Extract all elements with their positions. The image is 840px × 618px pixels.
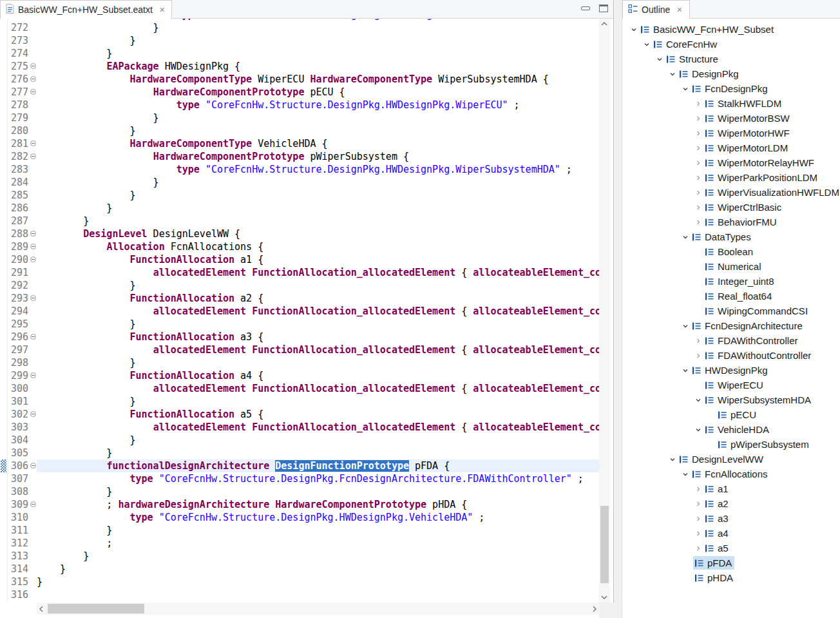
expander-collapsed[interactable] — [693, 486, 703, 492]
outline-item-WiperMotorLDM[interactable]: WiperMotorLDM — [622, 140, 840, 155]
tree-item-content[interactable]: a5 — [703, 541, 731, 555]
code-line-285[interactable]: 285 } — [0, 189, 599, 202]
expander-collapsed[interactable] — [693, 338, 703, 344]
code-line-306[interactable]: 306 functionalDesignArchitecture DesignF… — [0, 459, 599, 472]
code-line-283[interactable]: 283 type "CoreFcnHw.Structure.DesignPkg.… — [0, 163, 599, 176]
outline-item-WipingCommandCSI[interactable]: WipingCommandCSI — [622, 304, 840, 318]
line-number[interactable]: 311 — [8, 524, 30, 537]
line-number[interactable]: 287 — [8, 215, 30, 227]
code-text[interactable]: allocatedElement FunctionAllocation_allo… — [37, 382, 599, 395]
outline-item-FDAWithController[interactable]: FDAWithController — [622, 333, 840, 348]
code-line-294[interactable]: 294 allocatedElement FunctionAllocation_… — [0, 305, 599, 318]
code-text[interactable]: } — [37, 434, 599, 447]
collapse-fold-icon[interactable] — [30, 76, 36, 82]
outline-item-FcnAllocations[interactable]: FcnAllocations — [622, 467, 840, 481]
tree-item-content[interactable]: Real_float64 — [703, 289, 774, 303]
tree-item-content[interactable]: HWDesignPkg — [691, 363, 770, 377]
outline-item-Structure[interactable]: Structure — [622, 52, 840, 66]
collapse-fold-icon[interactable] — [30, 256, 36, 262]
outline-item-BehaviorFMU[interactable]: BehaviorFMU — [622, 215, 840, 229]
code-line-272[interactable]: 272 } — [0, 21, 599, 34]
code-text[interactable]: HardwareComponentPrototype pWiperSubsyst… — [37, 150, 599, 163]
tree-item-content[interactable]: a1 — [703, 482, 731, 496]
code-line-312[interactable]: 312 ; — [0, 537, 599, 550]
code-line-295[interactable]: 295 } — [0, 318, 599, 331]
code-line-302[interactable]: 302 FunctionAllocation a5 { — [0, 408, 599, 421]
tree-item-content[interactable]: CoreFcnHw — [652, 37, 720, 51]
line-number[interactable]: 309 — [8, 498, 30, 511]
line-number[interactable]: 302 — [8, 408, 30, 421]
code-line-310[interactable]: 310 type "CoreFcnHw.Structure.DesignPkg.… — [0, 511, 599, 524]
code-text[interactable]: HardwareComponentType VehicleHDA { — [37, 137, 599, 150]
expander-expanded[interactable] — [680, 234, 691, 240]
line-number[interactable]: 315 — [8, 575, 30, 588]
outline-item-a2[interactable]: a2 — [622, 496, 840, 511]
tree-item-content[interactable]: WiperMotorHWF — [703, 126, 792, 140]
outline-tab-close-icon[interactable]: ✕ — [676, 6, 682, 14]
outline-item-FDAWithoutController[interactable]: FDAWithoutController — [622, 348, 840, 363]
code-text[interactable]: } — [37, 485, 599, 498]
outline-item-a5[interactable]: a5 — [622, 541, 840, 555]
code-text[interactable]: } — [37, 550, 599, 563]
tree-item-content[interactable]: Boolean — [703, 245, 756, 258]
code-text[interactable]: type "CoreFcnHw.Structure.DesignPkg.HWDe… — [37, 99, 599, 111]
outline-item-a4[interactable]: a4 — [622, 526, 840, 541]
line-number[interactable]: 292 — [8, 279, 30, 292]
code-line-313[interactable]: 313 } — [0, 550, 599, 563]
expander-expanded[interactable] — [680, 367, 691, 374]
outline-item-BasicWW_Fcn+HW_Subset[interactable]: BasicWW_Fcn+HW_Subset — [622, 22, 840, 37]
code-text[interactable]: HardwareComponentType WiperECU HardwareC… — [37, 73, 599, 86]
tree-item-content[interactable]: FcnAllocations — [691, 467, 770, 481]
tree-item-content[interactable]: WiperECU — [703, 378, 766, 392]
outline-item-WiperVisualizationHWFLDM[interactable]: WiperVisualizationHWFLDM — [622, 185, 840, 200]
code-text[interactable]: FunctionAllocation a5 { — [37, 408, 599, 421]
code-line-304[interactable]: 304 } — [0, 434, 599, 447]
editor-horizontal-scrollbar[interactable] — [37, 603, 599, 615]
tree-item-content[interactable]: WiperMotorRelayHWF — [703, 156, 817, 169]
tree-item-content[interactable]: a3 — [703, 512, 731, 525]
code-text[interactable]: } — [37, 356, 599, 369]
tree-item-content[interactable]: DataTypes — [691, 230, 754, 244]
line-number[interactable]: 280 — [8, 124, 30, 137]
code-line-288[interactable]: 288 DesignLevel DesignLevelWW { — [0, 227, 599, 240]
line-number[interactable]: 301 — [8, 395, 30, 408]
expander-expanded[interactable] — [642, 41, 652, 48]
code-line-287[interactable]: 287 } — [0, 215, 599, 227]
line-number[interactable]: 286 — [8, 202, 30, 215]
expander-collapsed[interactable] — [693, 145, 703, 151]
code-line-309[interactable]: 309 ; hardwareDesignArchitecture Hardwar… — [0, 498, 599, 511]
line-number[interactable]: 285 — [8, 189, 30, 202]
line-number[interactable]: 271 — [8, 19, 30, 21]
code-text[interactable]: Allocation FcnAllocations { — [37, 240, 599, 253]
tree-item-content[interactable]: FcnDesignArchitecture — [691, 319, 805, 333]
tree-item-content[interactable]: pHDA — [693, 571, 736, 584]
code-text[interactable]: } — [37, 447, 599, 459]
outline-item-WiperMotorRelayHWF[interactable]: WiperMotorRelayHWF — [622, 155, 840, 170]
code-line-299[interactable]: 299 FunctionAllocation a4 { — [0, 369, 599, 382]
code-line-276[interactable]: 276 HardwareComponentType WiperECU Hardw… — [0, 73, 599, 86]
tree-item-content[interactable]: FcnDesignPkg — [691, 82, 770, 95]
tree-item-content[interactable]: a2 — [703, 497, 731, 510]
expander-collapsed[interactable] — [693, 115, 703, 122]
horizontal-scroll-thumb[interactable] — [48, 604, 144, 613]
outline-item-WiperMotorBSW[interactable]: WiperMotorBSW — [622, 111, 840, 126]
outline-item-WiperCtrlBasic[interactable]: WiperCtrlBasic — [622, 200, 840, 215]
tree-item-content[interactable]: DesignLevelWW — [678, 452, 766, 466]
code-line-308[interactable]: 308 } — [0, 485, 599, 498]
line-number[interactable]: 316 — [8, 588, 30, 601]
expander-collapsed[interactable] — [693, 516, 703, 522]
code-line-286[interactable]: 286 } — [0, 202, 599, 215]
expander-expanded[interactable] — [680, 86, 691, 92]
line-number[interactable]: 284 — [8, 176, 30, 189]
code-line-300[interactable]: 300 allocatedElement FunctionAllocation_… — [0, 382, 599, 395]
outline-item-Real_float64[interactable]: Real_float64 — [622, 289, 840, 304]
code-text[interactable]: FunctionAllocation a3 { — [37, 331, 599, 343]
code-text[interactable]: allocatedElement FunctionAllocation_allo… — [37, 266, 599, 279]
code-line-278[interactable]: 278 type "CoreFcnHw.Structure.DesignPkg.… — [0, 99, 599, 111]
expander-expanded[interactable] — [693, 427, 703, 433]
tree-item-content[interactable]: BehaviorFMU — [703, 215, 779, 229]
tree-item-content[interactable]: FDAWithController — [703, 334, 800, 347]
outline-item-WiperECU[interactable]: WiperECU — [622, 378, 840, 392]
code-text[interactable]: EAPackage HWDesignPkg { — [37, 60, 599, 73]
tree-item-content[interactable]: Numerical — [703, 260, 764, 273]
